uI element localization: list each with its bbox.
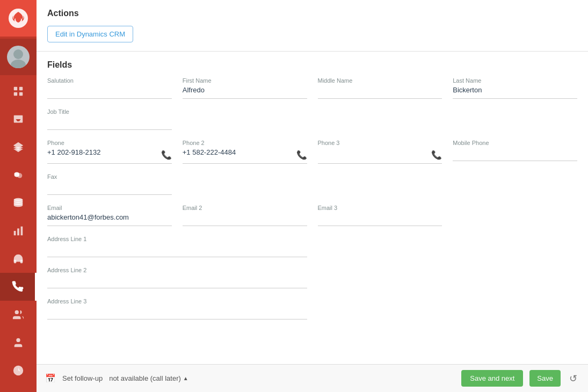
email-label: Email [47, 205, 172, 211]
inbox-icon [12, 113, 24, 125]
phone2-wrapper: +1 582-222-4484 📞 [183, 148, 307, 164]
sidebar-item-clock[interactable] [0, 357, 37, 384]
svg-rect-3 [14, 87, 17, 90]
address3-value[interactable] [47, 307, 307, 320]
svg-point-2 [11, 60, 26, 68]
database-icon [12, 197, 24, 209]
follow-up-label: Set follow-up [62, 374, 103, 382]
sidebar-navigation [0, 77, 37, 392]
last-name-value[interactable]: Bickerton [453, 86, 577, 99]
field-last-name: Last Name Bickerton [453, 77, 577, 99]
first-name-label: First Name [183, 77, 307, 84]
phone2-value[interactable]: +1 582-222-4484 [183, 148, 293, 161]
svg-rect-14 [17, 228, 19, 235]
spacer-fax-c4 [453, 173, 577, 205]
field-fax: Fax [47, 173, 172, 195]
address2-value[interactable] [47, 275, 307, 288]
salutation-value[interactable] [47, 86, 172, 99]
actions-section: Actions Edit in Dynamics CRM [37, 0, 588, 52]
field-address1: Address Line 1 [47, 236, 307, 257]
last-name-label: Last Name [453, 77, 577, 84]
layers-icon [12, 141, 24, 153]
calendar-icon: 📅 [45, 373, 56, 383]
phone3-value[interactable] [318, 148, 429, 161]
grid-icon [12, 85, 24, 97]
reset-button[interactable]: ↺ [567, 371, 579, 387]
svg-rect-4 [19, 87, 23, 90]
main-content: Actions Edit in Dynamics CRM Fields Salu… [37, 0, 588, 392]
field-first-name: First Name Alfredo [183, 77, 307, 99]
sidebar-item-analytics[interactable] [0, 217, 37, 245]
sidebar-item-inbox[interactable] [0, 105, 37, 133]
fields-grid: Salutation First Name Alfredo Middle Nam… [47, 77, 577, 329]
phone-call-icon[interactable]: 📞 [161, 150, 172, 160]
spacer-r2-c4 [453, 108, 577, 140]
field-email3: Email 3 [318, 205, 442, 226]
edit-crm-button[interactable]: Edit in Dynamics CRM [47, 26, 133, 42]
middle-name-value[interactable] [318, 86, 442, 99]
email2-value[interactable] [183, 213, 307, 226]
avatar [7, 46, 30, 68]
save-button[interactable]: Save [529, 370, 561, 387]
user-icon [12, 337, 24, 349]
sidebar-item-database[interactable] [0, 189, 37, 217]
email3-label: Email 3 [318, 205, 442, 211]
fields-title: Fields [47, 60, 577, 70]
sidebar-item-coins[interactable] [0, 161, 37, 189]
first-name-value[interactable]: Alfredo [183, 86, 307, 99]
spacer-fax-c3 [318, 173, 442, 205]
sidebar-item-team[interactable] [0, 301, 37, 329]
fax-label: Fax [47, 173, 172, 180]
phone2-call-icon[interactable]: 📞 [296, 150, 307, 160]
follow-up-status[interactable]: not available (call later) ▲ [109, 374, 188, 382]
field-middle-name: Middle Name [318, 77, 442, 99]
users-cog-icon [12, 309, 24, 321]
user-avatar-section [0, 39, 37, 75]
bottom-bar: 📅 Set follow-up not available (call late… [37, 364, 588, 392]
spacer-addr3-c4 [453, 298, 577, 329]
bar-chart-icon [12, 225, 24, 237]
phone3-call-icon[interactable]: 📞 [431, 150, 442, 160]
address1-value[interactable] [47, 244, 307, 257]
phone-value[interactable]: +1 202-918-2132 [47, 148, 158, 161]
svg-rect-5 [14, 92, 17, 96]
sidebar-item-phone[interactable] [0, 273, 37, 301]
spacer-addr1-c4 [453, 236, 577, 267]
email-value[interactable]: abickerton41@forbes.com [47, 213, 172, 226]
svg-rect-6 [19, 92, 23, 96]
mobile-phone-label: Mobile Phone [453, 140, 577, 146]
salutation-label: Salutation [47, 77, 172, 84]
phone2-label: Phone 2 [183, 140, 307, 146]
spacer-addr2-c4 [453, 267, 577, 298]
job-title-value[interactable] [47, 117, 172, 130]
spacer-r2-c2 [183, 108, 307, 140]
sidebar-item-support[interactable] [0, 245, 37, 273]
sidebar-item-dashboard[interactable] [0, 77, 37, 105]
sidebar-item-user[interactable] [0, 329, 37, 357]
phone-wrapper: +1 202-918-2132 📞 [47, 148, 172, 164]
spacer-r2-c3 [318, 108, 442, 140]
email2-label: Email 2 [183, 205, 307, 211]
field-phone: Phone +1 202-918-2132 📞 [47, 140, 172, 164]
sidebar-item-layers[interactable] [0, 133, 37, 161]
address1-label: Address Line 1 [47, 236, 307, 242]
svg-rect-15 [21, 227, 23, 236]
actions-title: Actions [47, 9, 577, 18]
sidebar [0, 0, 37, 392]
coins-icon [12, 169, 24, 181]
save-next-button[interactable]: Save and next [461, 370, 523, 387]
field-salutation: Salutation [47, 77, 172, 99]
field-email: Email abickerton41@forbes.com [47, 205, 172, 226]
svg-point-17 [16, 338, 20, 342]
middle-name-label: Middle Name [318, 77, 442, 84]
sidebar-logo [0, 0, 37, 37]
field-address2: Address Line 2 [47, 267, 307, 288]
fields-section: Fields Salutation First Name Alfredo Mid… [37, 52, 588, 338]
avatar-icon [7, 46, 30, 68]
mobile-phone-value[interactable] [453, 148, 577, 161]
phone-icon [12, 281, 24, 293]
clock-icon [12, 365, 24, 376]
fax-value[interactable] [47, 182, 172, 195]
email3-value[interactable] [318, 213, 442, 226]
spacer-addr3-c3 [318, 298, 442, 329]
